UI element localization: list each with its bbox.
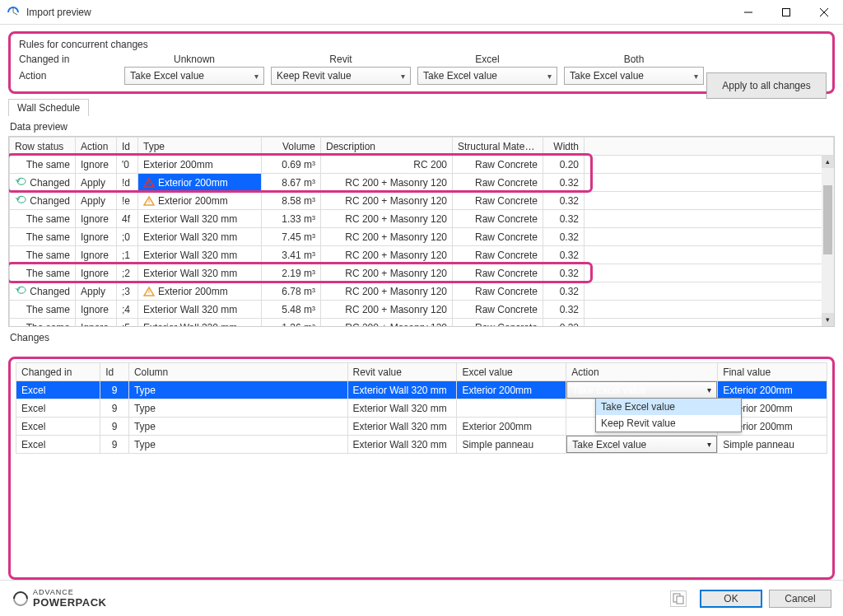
th-changed-in[interactable]: Changed in: [16, 363, 100, 381]
logo: ADVANCE POWERPACK: [12, 588, 106, 609]
table-row[interactable]: ChangedApply;3Exterior 200mm6.78 m³RC 20…: [10, 282, 834, 301]
chevron-down-icon: ▾: [707, 385, 711, 394]
chevron-down-icon: ▾: [254, 72, 258, 81]
table-row[interactable]: ChangedApply!dExterior 200mm8.67 m³RC 20…: [10, 174, 834, 192]
chevron-down-icon: ▾: [707, 440, 711, 449]
minimize-button[interactable]: [729, 0, 767, 25]
changed-icon: [16, 176, 27, 186]
changed-icon: [16, 285, 27, 295]
th-id[interactable]: Id: [117, 138, 138, 156]
th-desc[interactable]: Description: [321, 138, 453, 156]
th-final-value[interactable]: Final value: [718, 363, 827, 381]
warning-icon: [143, 178, 155, 188]
th-type[interactable]: Type: [138, 138, 262, 156]
col-both: Both: [564, 54, 704, 67]
warning-icon: [143, 196, 155, 206]
window-title: Import preview: [26, 7, 91, 18]
col-excel: Excel: [417, 54, 557, 67]
changes-box: Changed in Id Column Revit value Excel v…: [8, 357, 835, 580]
th-volume[interactable]: Volume: [262, 138, 321, 156]
footer: ADVANCE POWERPACK OK Cancel: [0, 580, 843, 616]
table-row[interactable]: The sameIgnore'0Exterior 200mm0.69 m³RC …: [10, 156, 834, 174]
action-excel-select[interactable]: Take Excel value▾: [417, 67, 557, 85]
dropdown-option[interactable]: Keep Revit value: [596, 415, 741, 432]
app-icon: [7, 6, 20, 19]
action-unknown-select[interactable]: Take Excel value▾: [124, 67, 264, 85]
cancel-button[interactable]: Cancel: [769, 590, 831, 608]
th-column[interactable]: Column: [128, 363, 347, 381]
th-change-action[interactable]: Action: [566, 363, 718, 381]
scroll-up-icon[interactable]: ▴: [822, 155, 834, 168]
scroll-down-icon[interactable]: ▾: [822, 313, 834, 326]
table-row[interactable]: The sameIgnore;5Exterior Wall 320 mm1.36…: [10, 319, 834, 328]
th-mat[interactable]: Structural Material: [453, 138, 543, 156]
action-revit-select[interactable]: Keep Revit value▾: [271, 67, 411, 85]
apply-all-button[interactable]: Apply to all changes: [706, 72, 827, 99]
col-revit: Revit: [271, 54, 411, 67]
table-row[interactable]: The sameIgnore;2Exterior Wall 320 mm2.19…: [10, 264, 834, 282]
svg-rect-1: [783, 8, 790, 16]
th-excel-value[interactable]: Excel value: [457, 363, 566, 381]
table-row[interactable]: The sameIgnore;4Exterior Wall 320 mm5.48…: [10, 301, 834, 319]
action-dropdown-open[interactable]: Take Excel value Keep Revit value: [595, 398, 742, 432]
chevron-down-icon: ▾: [694, 72, 698, 81]
action-select[interactable]: Take Excel value▾: [566, 436, 717, 453]
maximize-button[interactable]: [767, 0, 805, 25]
warning-icon: [143, 287, 155, 296]
th-status[interactable]: Row status: [10, 138, 76, 156]
preview-header-row: Row status Action Id Type Volume Descrip…: [10, 138, 834, 156]
th-revit-value[interactable]: Revit value: [347, 363, 457, 381]
data-preview-table: Row status Action Id Type Volume Descrip…: [8, 136, 835, 327]
tab-wall-schedule[interactable]: Wall Schedule: [8, 99, 89, 116]
ok-button[interactable]: OK: [700, 590, 762, 608]
scrollbar-thumb[interactable]: [823, 185, 832, 254]
chevron-down-icon: ▾: [401, 72, 405, 81]
table-row[interactable]: Excel9TypeExterior Wall 320 mmExterior 2…: [16, 381, 827, 399]
changes-header-row: Changed in Id Column Revit value Excel v…: [16, 363, 827, 381]
table-row[interactable]: The sameIgnore4fExterior Wall 320 mm1.33…: [10, 210, 834, 228]
table-row[interactable]: The sameIgnore;0Exterior Wall 320 mm7.45…: [10, 228, 834, 246]
col-unknown: Unknown: [124, 54, 264, 67]
action-select[interactable]: Take Excel value▾: [566, 381, 717, 399]
table-row[interactable]: Excel9TypeExterior Wall 320 mmSimple pan…: [16, 436, 827, 454]
brand-top: ADVANCE: [33, 588, 106, 596]
th-width[interactable]: Width: [543, 138, 585, 156]
chevron-down-icon: ▾: [547, 72, 552, 81]
th-action[interactable]: Action: [76, 138, 117, 156]
data-preview-label: Data preview: [10, 121, 835, 133]
options-icon[interactable]: [670, 590, 687, 607]
svg-rect-11: [677, 596, 683, 604]
table-row[interactable]: ChangedApply!eExterior 200mm8.58 m³RC 20…: [10, 192, 834, 210]
dropdown-option[interactable]: Take Excel value: [596, 399, 741, 415]
brand-bottom: POWERPACK: [33, 596, 106, 609]
changed-icon: [16, 194, 27, 204]
changed-in-label: Changed in: [19, 54, 118, 67]
preview-scrollbar[interactable]: ▴ ▾: [822, 155, 834, 326]
changes-label: Changes: [10, 332, 835, 343]
action-both-select[interactable]: Take Excel value▾: [564, 67, 704, 85]
titlebar: Import preview: [0, 0, 843, 25]
rules-title: Rules for concurrent changes: [19, 39, 824, 50]
th-change-id[interactable]: Id: [100, 363, 129, 381]
close-button[interactable]: [805, 0, 843, 25]
table-row[interactable]: The sameIgnore;1Exterior Wall 320 mm3.41…: [10, 246, 834, 264]
action-label: Action: [19, 70, 118, 82]
